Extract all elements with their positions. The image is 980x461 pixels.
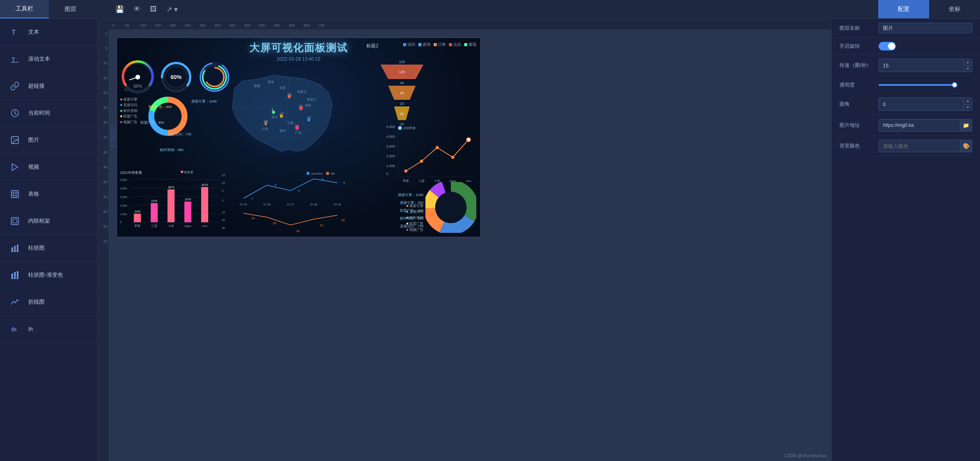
bg-color-input[interactable] [879,141,960,151]
dashboard-panel[interactable]: 大屏可视化面板测试 2022-03-29 13:40:15 标题2 访问 咨询 [117,38,481,237]
sidebar-item-text[interactable]: T 文本 [0,19,97,46]
opacity-slider-wrapper [879,84,972,86]
svg-point-161 [435,192,467,223]
radius-up-btn[interactable]: ▲ [964,98,972,104]
image-icon [8,133,22,147]
attribution: CSDN @shunshuntuo [784,453,827,458]
sidebar-item-hyperlink[interactable]: 超链接 [0,73,97,100]
legend-top: 访问 咨询 订单 点击 展现 [403,42,476,47]
svg-text:2,000: 2,000 [386,154,395,158]
tab-layers[interactable]: 图层 [49,0,92,18]
left-sidebar: T 文本 T 滚动文本 超链接 当前时间 图片 [0,19,98,461]
pie-val-2: 联盟广告：494 [400,208,423,213]
sidebar-item-line-chart[interactable]: 折线图 [0,289,97,316]
china-map: 19. 21 13 10 8 38 14 新疆 青海 甘肃 内蒙古 [211,58,352,175]
rotation-label: 开启旋转 [839,43,875,50]
svg-rect-15 [14,246,16,252]
opacity-row: 透明度 [832,76,980,94]
preview-icon[interactable]: 👁 [133,5,141,13]
svg-text:苹果: 苹果 [403,179,409,183]
donut-chart-left [148,97,187,136]
svg-text:9: 9 [343,181,345,185]
svg-text:30: 30 [222,227,225,229]
sidebar-label-time: 当前时间 [28,110,50,117]
subtitle2: 标题2 [366,43,378,49]
svg-text:0: 0 [125,88,127,92]
svg-text:20: 20 [273,221,276,225]
svg-text:9: 9 [298,189,300,193]
sidebar-item-image[interactable]: 图片 [0,127,97,154]
svg-point-154 [326,172,329,175]
svg-text:14: 14 [295,124,299,128]
radius-down-btn[interactable]: ▼ [964,104,972,110]
speed-up-btn[interactable]: ▲ [964,59,972,65]
svg-text:125: 125 [399,70,405,74]
table-icon [8,187,22,201]
bg-color-row: 背景颜色 🎨 [832,136,980,157]
svg-text:vivo: vivo [202,224,208,228]
sidebar-label-bar-gradient: 柱状图-渐变色 [28,272,63,279]
img-url-input[interactable] [879,121,960,130]
svg-text:4079: 4079 [202,184,208,186]
tab-config[interactable]: 配置 [878,0,929,18]
sidebar-label-video: 视频 [28,164,39,171]
svg-text:125: 125 [399,60,405,64]
toolbar-icons: 💾 👁 🖼 ↗ ▾ [115,5,178,14]
radius-spin-btns: ▲ ▼ [964,98,972,110]
sidebar-item-time[interactable]: 当前时间 [0,100,97,127]
speed-input-wrapper: ▲ ▼ [879,59,972,72]
tab-coords[interactable]: 坐标 [929,0,980,18]
sidebar-item-bar-chart[interactable]: 柱状图 [0,235,97,262]
ruler-h-tick-200: 200 [170,23,176,27]
pie-val-5: 搜索引擎：1045 [398,193,423,198]
svg-rect-115 [134,214,141,222]
svg-point-5 [13,138,14,139]
export-image-icon[interactable]: 🖼 [150,5,157,13]
svg-text:总销售量: 总销售量 [403,126,416,130]
svg-rect-101 [181,171,183,173]
sidebar-item-scroll-text[interactable]: T 滚动文本 [0,46,97,73]
sidebar-item-bar-gradient[interactable]: 柱状图-渐变色 [0,262,97,289]
tab-toolbar[interactable]: 工具栏 [0,0,49,18]
svg-text:2: 2 [251,197,253,200]
export-icon[interactable]: ↗ ▾ [166,5,178,14]
speed-down-btn[interactable]: ▼ [964,65,972,72]
pie-legend: ■ 搜索引擎 ■ 直接访问 ■ 邮件营销 ■ 联盟广告 ■ 视频广告 [120,97,137,125]
layer-name-input[interactable] [879,23,972,33]
ruler-vertical: 0 5 10 15 20 25 30 35 40 45 50 55 60 65 … [98,30,109,461]
radius-input[interactable] [879,99,964,109]
svg-rect-127 [201,187,208,222]
svg-text:4,000: 4,000 [386,135,395,139]
ruler-v-tick-25: 25 [103,106,107,110]
svg-rect-18 [11,274,13,279]
canvas-viewport[interactable]: ‹ 大屏可视化面板测试 2022-03-29 13:40:15 标题2 访问 [109,30,831,461]
opacity-slider[interactable] [879,84,957,86]
svg-rect-118 [151,203,158,222]
sidebar-item-table[interactable]: 表格 [0,181,97,208]
gauge2: 60% [159,59,194,95]
speed-input[interactable] [879,61,964,70]
svg-text:1000: 1000 [134,210,141,213]
sidebar-item-ih[interactable]: Ih Ih [0,316,97,343]
svg-point-152 [306,172,310,175]
sidebar-item-iframe[interactable]: 内联框架 [0,208,97,235]
svg-text:40: 40 [400,91,404,95]
sidebar-label-image: 图片 [28,137,39,144]
svg-text:21: 21 [299,104,303,108]
top-bar: 工具栏 图层 💾 👁 🖼 ↗ ▾ 配置 坐标 [0,0,980,19]
svg-text:20: 20 [400,112,404,116]
color-picker-btn[interactable]: 🎨 [960,140,972,152]
rotation-toggle[interactable] [879,42,896,50]
ruler-v-tick-65: 65 [103,225,107,229]
svg-text:四川: 四川 [272,115,278,119]
svg-text:Ih: Ih [11,326,16,333]
sidebar-label-hyperlink: 超链接 [28,83,45,90]
svg-text:13: 13 [279,112,283,116]
collapse-button[interactable]: ‹ [111,128,117,147]
img-url-row: 图片地址 📁 [832,115,980,136]
url-folder-btn[interactable]: 📁 [960,119,972,131]
sidebar-item-video[interactable]: 视频 [0,154,97,181]
save-icon[interactable]: 💾 [115,5,124,14]
ruler-h-tick-150: 150 [155,23,161,27]
color-input-wrapper: 🎨 [879,140,972,152]
